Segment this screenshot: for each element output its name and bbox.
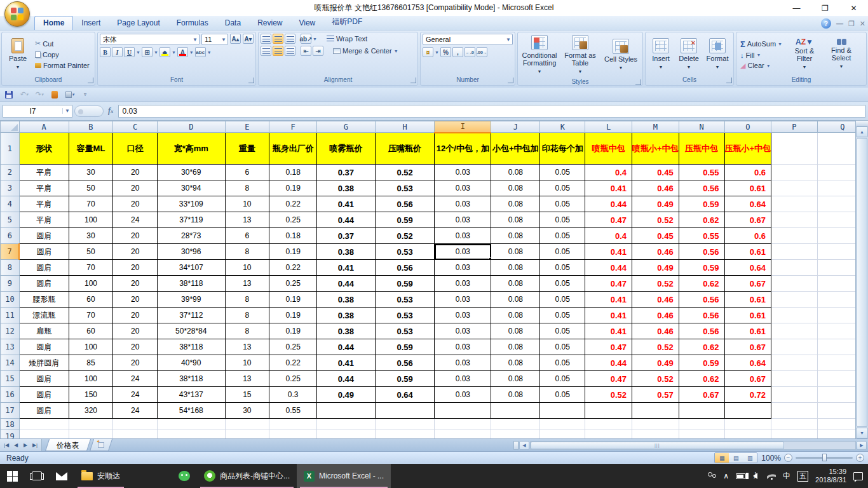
cell[interactable]: 0.08	[491, 228, 540, 244]
cell[interactable]	[771, 387, 817, 403]
cell[interactable]: 平肩	[19, 196, 69, 212]
cell[interactable]: 40*90	[158, 355, 226, 371]
horizontal-split-handle[interactable]	[513, 441, 519, 450]
cell[interactable]: 0.56	[375, 355, 435, 371]
cell[interactable]: 平肩	[19, 165, 69, 180]
cell[interactable]: 20	[113, 244, 158, 260]
cell[interactable]: 0.05	[540, 165, 585, 180]
phonetic-dropdown-arrow[interactable]: ▼	[207, 50, 212, 55]
alignment-dialog-launcher[interactable]	[410, 78, 416, 83]
cell[interactable]: 20	[113, 196, 158, 212]
cell[interactable]	[724, 430, 771, 439]
borders-button[interactable]: ⊞	[142, 47, 153, 57]
row-header-17[interactable]: 17	[1, 403, 20, 419]
cell[interactable]: 0.62	[679, 212, 724, 228]
cell[interactable]: 0.52	[585, 387, 632, 403]
clear-button[interactable]: ◢Clear▼	[738, 61, 784, 71]
cell[interactable]: 30	[69, 165, 113, 180]
font-dialog-launcher[interactable]	[248, 78, 254, 83]
cell[interactable]	[771, 133, 817, 165]
wrap-text-button[interactable]: Wrap Text	[325, 34, 369, 43]
cell[interactable]: 0.47	[585, 276, 632, 292]
page-layout-view-button[interactable]: ▤	[729, 453, 743, 463]
cell[interactable]: 30*69	[158, 165, 226, 180]
cell[interactable]: 0.03	[435, 180, 491, 196]
cell[interactable]	[724, 419, 771, 430]
zoom-slider[interactable]	[796, 457, 853, 459]
cell[interactable]	[113, 419, 158, 430]
cell[interactable]: 印花每个加	[540, 133, 585, 165]
cell[interactable]	[679, 419, 724, 430]
minimize-button[interactable]: —	[782, 0, 811, 16]
tab-formulas[interactable]: Formulas	[168, 17, 217, 30]
zoom-level[interactable]: 100%	[761, 454, 781, 463]
cell[interactable]: 38*118	[158, 371, 226, 387]
font-color-dropdown-arrow[interactable]: ▼	[189, 50, 194, 55]
cell[interactable]: 0.44	[317, 212, 376, 228]
paste-dropdown-arrow[interactable]: ▼	[16, 64, 20, 71]
column-header-O[interactable]: O	[724, 121, 771, 133]
row-header-2[interactable]: 2	[1, 165, 20, 180]
align-center-button[interactable]	[273, 46, 283, 56]
cell[interactable]	[225, 430, 269, 439]
column-header-H[interactable]: H	[375, 121, 435, 133]
cell[interactable]: 0.25	[269, 212, 317, 228]
cell[interactable]	[771, 371, 817, 387]
help-icon[interactable]: ?	[821, 18, 831, 29]
format-as-table-button[interactable]: Format as Table▼	[562, 34, 599, 77]
cell[interactable]	[771, 308, 817, 323]
page-break-view-button[interactable]: ▥	[743, 453, 757, 463]
cell[interactable]: 圆肩	[19, 403, 69, 419]
cell[interactable]	[771, 212, 817, 228]
selected-cell[interactable]: 0.03	[435, 244, 491, 260]
cell[interactable]: 38*118	[158, 339, 226, 355]
cell[interactable]: 43*137	[158, 387, 226, 403]
cell[interactable]: 20	[113, 308, 158, 323]
cell[interactable]: 0.03	[435, 212, 491, 228]
cell[interactable]: 压嘴瓶价	[375, 133, 435, 165]
cell[interactable]: 8	[225, 180, 269, 196]
cell[interactable]: 0.08	[491, 339, 540, 355]
cell[interactable]: 0.41	[317, 355, 376, 371]
zoom-out-button[interactable]: −	[784, 454, 792, 462]
cell[interactable]: 圆肩	[19, 276, 69, 292]
underline-dropdown-arrow[interactable]: ▼	[136, 50, 140, 55]
cell[interactable]	[317, 419, 376, 430]
cell[interactable]	[632, 403, 679, 419]
row-header-14[interactable]: 14	[1, 355, 20, 371]
cell[interactable]	[375, 430, 435, 439]
cell[interactable]: 60	[69, 292, 113, 308]
cell[interactable]: 0.05	[540, 387, 585, 403]
next-sheet-button[interactable]: ▶	[21, 441, 30, 450]
align-right-button[interactable]	[285, 46, 295, 56]
tab-review[interactable]: Review	[249, 17, 290, 30]
cell[interactable]	[69, 419, 113, 430]
cell[interactable]: 0.64	[724, 260, 771, 276]
cell[interactable]: 13	[225, 371, 269, 387]
cell[interactable]: 0.52	[375, 228, 435, 244]
cell[interactable]: 0.45	[632, 228, 679, 244]
cell[interactable]: 0.59	[375, 276, 435, 292]
cell[interactable]: 0.05	[540, 292, 585, 308]
first-sheet-button[interactable]: |◀	[2, 441, 11, 450]
cell[interactable]: 0.38	[317, 292, 376, 308]
borders-dropdown-arrow[interactable]: ▼	[154, 50, 158, 55]
cell[interactable]: 24	[113, 387, 158, 403]
styles-dialog-launcher[interactable]	[635, 79, 641, 85]
cell[interactable]	[491, 430, 540, 439]
cell[interactable]: 0.49	[632, 260, 679, 276]
row-header-19[interactable]: 19	[1, 430, 20, 439]
cell[interactable]: 50	[69, 244, 113, 260]
cell[interactable]: 0.61	[724, 323, 771, 339]
align-bottom-button[interactable]	[285, 34, 295, 44]
cell[interactable]: 0.03	[435, 165, 491, 180]
cell[interactable]: 54*168	[158, 403, 226, 419]
row-header-10[interactable]: 10	[1, 292, 20, 308]
cell[interactable]: 100	[69, 371, 113, 387]
cell[interactable]: 平肩	[19, 180, 69, 196]
cell[interactable]: 容量ML	[69, 133, 113, 165]
cell[interactable]: 0.53	[375, 180, 435, 196]
cell[interactable]: 20	[113, 292, 158, 308]
cell[interactable]: 0.6	[724, 165, 771, 180]
cell[interactable]: 圆肩	[19, 244, 69, 260]
